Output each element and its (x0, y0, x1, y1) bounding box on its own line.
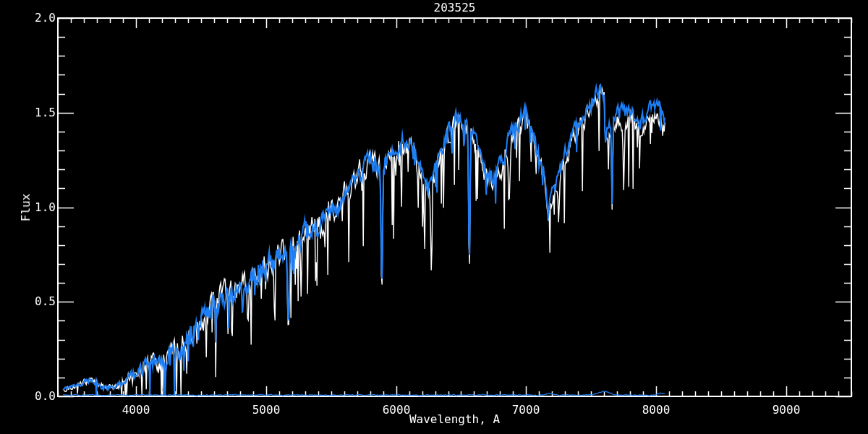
spectral-plot-figure: 203525 Wavelength, A Flux 2.0 1.5 1.0 0.… (0, 0, 868, 434)
y-tick-label: 0.0 (0, 390, 56, 403)
x-tick-label: 9000 (757, 404, 815, 417)
x-tick-label: 6000 (367, 404, 425, 417)
y-tick-label: 1.0 (0, 201, 56, 214)
x-tick-label: 7000 (497, 404, 555, 417)
spectrum-plot-canvas (0, 0, 868, 434)
plot-title: 203525 (58, 1, 851, 14)
y-tick-label: 1.5 (0, 106, 56, 119)
x-tick-label: 4000 (107, 404, 165, 417)
x-tick-label: 8000 (627, 404, 685, 417)
x-tick-label: 5000 (237, 404, 295, 417)
x-axis-label: Wavelength, A (58, 413, 851, 426)
y-tick-label: 0.5 (0, 295, 56, 308)
y-tick-label: 2.0 (0, 12, 56, 25)
